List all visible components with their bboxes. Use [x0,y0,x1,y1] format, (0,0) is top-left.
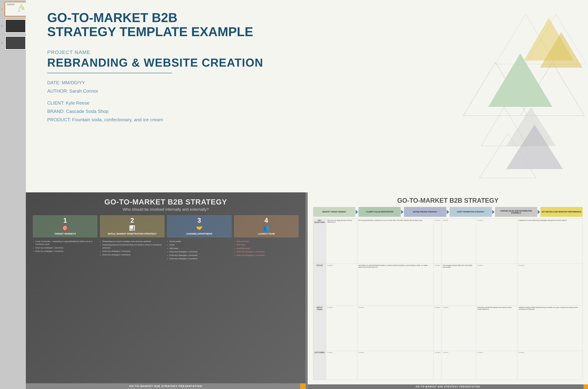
divider [47,73,172,73]
step-1: 1 🎯 TARGET MARKETS [33,215,97,237]
slide-3: GO-TO-MARKET B2B STRATEGY IDENTIFY TARGE… [308,192,588,389]
table-row-outcomes: OUTCOMES Content Content Content Content… [313,351,583,380]
slide-divider [306,192,307,389]
process-arrow-3 [447,210,449,214]
strategy-table: KEY QUESTIONS Who are our target groups … [313,219,583,380]
slide-1: GO-TO-MARKET B2B STRATEGY TEMPLATE EXAMP… [26,0,588,192]
target-icon: 🎯 [62,225,68,231]
slide2-footer: GO-TO-MARKET B2B STRATEGY PRESENTATION [26,383,306,389]
people-icon: 👥 [263,225,269,231]
process-arrow-1 [356,210,358,214]
bullet-col-3: Social media Email Web team Enter key st… [167,240,232,378]
process-arrow-5 [538,210,540,214]
process-step-3: DEFINE PRICING STRATEGY [404,207,446,217]
table-row-focus: FOCUS Content We believe in old-world fa… [313,264,583,306]
slide3-footer-accent [584,384,588,389]
svg-marker-12 [506,125,563,169]
slide-thumbnail-3[interactable] [5,36,26,50]
slides-row: GO-TO-MARKET B2B STRATEGY Who should be … [26,192,588,389]
slide1-title: GO-TO-MARKET B2B STRATEGY TEMPLATE EXAMP… [47,11,574,39]
process-arrow-4 [492,210,495,214]
slide-thumbnail-2[interactable] [5,19,26,33]
table-row-kq: KEY QUESTIONS Who are our target groups … [313,219,583,264]
process-step-6: SET METRICS AND MONITOR PERFORMANCE [540,207,583,217]
project-label: PROJECT NAME [47,50,574,55]
sidebar: 1 GO-TO-MARKET B2BSTRATEGY TEMPLATE 2 3 [0,0,26,389]
slide-2: GO-TO-MARKET B2B STRATEGY Who should be … [26,192,306,389]
slide-number-3: 3 [1,42,2,44]
slide2-title: GO-TO-MARKET B2B STRATEGY [33,198,298,206]
slide-thumbnail-1[interactable]: GO-TO-MARKET B2BSTRATEGY TEMPLATE [5,2,26,16]
bullet-col-2: Rebranding its current nostalgic mom-and… [100,240,164,378]
row-header-kq: KEY QUESTIONS [313,219,326,264]
steps-row: 1 🎯 TARGET MARKETS 2 📊 INITIAL MARKET PE… [33,215,298,237]
slide-number-1: 1 [1,8,2,10]
table-row-input: INPUT/ TASKS Content Content Content Con… [313,306,583,351]
step-2: 2 📊 INITIAL MARKET PENETRATION STRATEGY [100,215,164,237]
process-row: IDENTIFY TARGET MARKET CLARIFY VALUE PRO… [313,207,583,217]
footer-accent [300,383,306,389]
step-3: 3 🤝 CHANNELS/PARTNERS [167,215,232,237]
bullet-col-1: Local community – expanding to regional/… [33,240,97,378]
svg-marker-13 [479,133,536,178]
meta-info: DATE: MM/DD/YY AUTHOR: Sarah Connor [47,79,574,95]
bullet-col-4: Rebrand team Web team Marketing team Ent… [234,240,298,378]
row-header-input: INPUT/ TASKS [313,306,326,351]
step-4: 4 👥 LAUNCH TEAM [234,215,298,237]
process-step-5: CHOOSE SALES AND DISTRIBUTION CHANNELS [495,207,537,217]
row-header-focus: FOCUS [313,264,326,306]
bullets-row: Local community – expanding to regional/… [33,240,298,378]
main-content: GO-TO-MARKET B2B STRATEGY TEMPLATE EXAMP… [26,0,588,389]
process-arrow-2 [401,210,404,214]
slide-number-2: 2 [1,25,2,27]
process-step-1: IDENTIFY TARGET MARKET [313,207,355,217]
project-name: REBRANDING & WEBSITE CREATION [47,56,574,69]
slide3-title: GO-TO-MARKET B2B STRATEGY [313,197,583,204]
row-header-outcomes: OUTCOMES [313,351,326,380]
client-info: CLIENT: Kyle Reese BRAND: Cascade Soda S… [47,99,574,124]
slide3-footer: GO-TO-MARKET B2B STRATEGY PRESENTATION [308,384,588,389]
slide2-subtitle: Who should be involved internally and ex… [33,207,298,212]
chart-icon: 📊 [129,225,135,231]
process-step-4: CRAFT PROMOTION STRATEGY [450,207,492,217]
handshake-icon: 🤝 [196,225,203,231]
process-step-2: CLARIFY VALUE PROPOSITION [358,207,401,217]
